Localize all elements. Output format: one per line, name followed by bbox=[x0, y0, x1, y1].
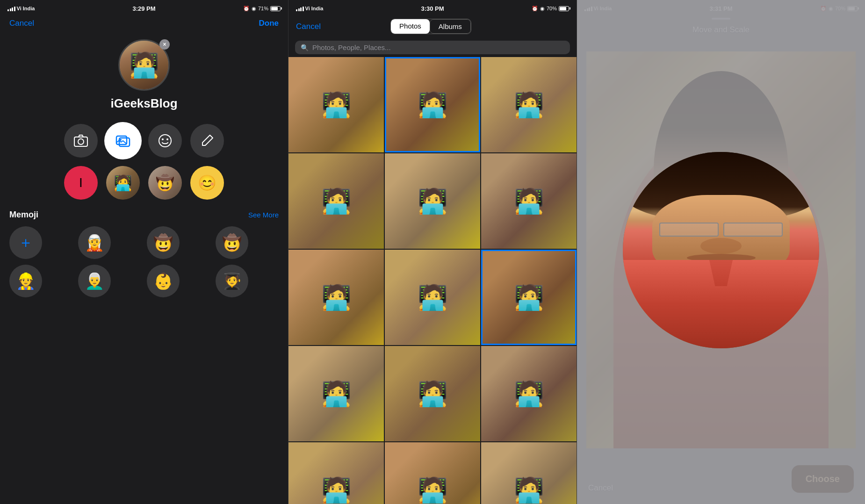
memoji-brown[interactable]: 🧑‍💻 bbox=[106, 166, 140, 200]
photo-cell-15[interactable]: 🧑‍💻 bbox=[481, 442, 577, 504]
choose-button[interactable]: Choose bbox=[792, 465, 854, 493]
move-scale-title: Move and Scale bbox=[577, 20, 865, 42]
photo-cell-9[interactable]: 🧑‍💻 bbox=[481, 250, 577, 345]
photo-person-4: 🧑‍💻 bbox=[288, 153, 384, 249]
emoji-icon bbox=[158, 133, 173, 148]
emoji-action-button[interactable] bbox=[148, 124, 182, 158]
memoji-item-6[interactable]: 👶 bbox=[147, 265, 180, 297]
photo-cell-1[interactable]: 🧑‍💻 bbox=[288, 57, 384, 152]
photo-cell-11[interactable]: 🧑‍💻 bbox=[385, 346, 480, 441]
photo-cell-14[interactable]: 🧑‍💻 bbox=[385, 442, 480, 504]
emoji-smiley-icon: 😊 bbox=[198, 174, 216, 192]
memoji-item-4[interactable]: 👷 bbox=[9, 265, 42, 297]
memoji-item-3[interactable]: 🤠 bbox=[216, 226, 248, 259]
crop-image bbox=[623, 152, 819, 348]
photo-person-10: 🧑‍💻 bbox=[288, 346, 384, 441]
color-option-red[interactable]: I bbox=[64, 166, 98, 200]
time-3: 3:31 PM bbox=[709, 5, 732, 12]
add-memoji-button[interactable]: ＋ bbox=[9, 226, 42, 259]
photo-cell-6[interactable]: 🧑‍💻 bbox=[481, 153, 577, 249]
memoji-5-icon: 👨‍🦳 bbox=[85, 272, 104, 290]
search-icon: 🔍 bbox=[301, 44, 309, 51]
status-bar-2: Vi India 3:30 PM ⏰ ◉ 70% bbox=[288, 0, 577, 15]
header-1: Cancel Done bbox=[0, 15, 288, 32]
camera-action-button[interactable] bbox=[64, 124, 98, 158]
footer-3: Cancel Choose bbox=[577, 458, 865, 504]
memoji-4-icon: 👷 bbox=[16, 272, 36, 290]
signal-bar bbox=[7, 9, 9, 11]
cancel-button-1[interactable]: Cancel bbox=[9, 19, 34, 28]
photo-cell-5[interactable]: 🧑‍💻 bbox=[385, 153, 480, 249]
photo-cell-3[interactable]: 🧑‍💻 bbox=[481, 57, 577, 152]
photo-person-6: 🧑‍💻 bbox=[481, 153, 577, 249]
signal-bars-3 bbox=[584, 6, 592, 11]
panel-2: Vi India 3:30 PM ⏰ ◉ 70% Cancel Photos A… bbox=[288, 0, 577, 504]
memoji-grid: ＋ 🧝 🤠 🤠 👷 👨‍🦳 👶 🧑‍🎓 bbox=[0, 223, 288, 300]
photos-action-button[interactable] bbox=[106, 124, 140, 158]
photo-person-9: 🧑‍💻 bbox=[483, 251, 575, 344]
battery-pct-3: 70% bbox=[835, 6, 845, 11]
drag-handle-area bbox=[577, 15, 865, 20]
battery-pct-1: 71% bbox=[258, 6, 268, 11]
username-label: iGeeksBlog bbox=[110, 96, 177, 111]
cancel-button-2[interactable]: Cancel bbox=[296, 22, 321, 31]
avatar-close-button[interactable]: × bbox=[159, 39, 170, 50]
photo-person-12: 🧑‍💻 bbox=[481, 346, 577, 441]
red-icon: I bbox=[79, 175, 83, 190]
battery-fill-2 bbox=[560, 7, 566, 10]
battery-icon-2 bbox=[559, 6, 569, 11]
photo-cell-7[interactable]: 🧑‍💻 bbox=[288, 250, 384, 345]
photos-icon bbox=[115, 133, 130, 148]
photo-person-15: 🧑‍💻 bbox=[481, 442, 577, 504]
tab-group: Photos Albums bbox=[326, 19, 535, 34]
indicators-1: ⏰ ◉ 71% bbox=[243, 6, 281, 12]
photo-cell-2-selected[interactable]: 🧑‍💻 bbox=[385, 57, 480, 152]
done-button-1[interactable]: Done bbox=[259, 19, 279, 28]
cancel-button-3[interactable]: Cancel bbox=[588, 483, 613, 493]
memoji-item-7[interactable]: 🧑‍🎓 bbox=[216, 265, 248, 297]
photo-person-2: 🧑‍💻 bbox=[386, 58, 479, 151]
see-more-button[interactable]: See More bbox=[248, 211, 279, 219]
color-buttons-row: I 🧑‍💻 🤠 😊 bbox=[0, 162, 288, 203]
tab-group-container: Photos Albums bbox=[390, 19, 471, 34]
photo-person-1: 🧑‍💻 bbox=[288, 57, 384, 152]
memoji-item-5[interactable]: 👨‍🦳 bbox=[78, 265, 111, 297]
memoji-cowboy[interactable]: 🤠 bbox=[148, 166, 182, 200]
search-placeholder-text: Photos, People, Places... bbox=[312, 43, 391, 51]
memoji-header: Memoji See More bbox=[0, 203, 288, 223]
signal-bar bbox=[296, 9, 297, 11]
edit-icon bbox=[200, 133, 215, 148]
memoji-item-1[interactable]: 🧝 bbox=[78, 226, 111, 259]
photo-cell-8[interactable]: 🧑‍💻 bbox=[385, 250, 480, 345]
panel-1: Vi India 3:29 PM ⏰ ◉ 71% Cancel Done 🧑‍💻… bbox=[0, 0, 288, 504]
screen-icon-3: ◉ bbox=[829, 6, 833, 12]
signal-bar bbox=[14, 7, 15, 11]
photo-cell-10[interactable]: 🧑‍💻 bbox=[288, 346, 384, 441]
memoji-1-icon: 🧝 bbox=[85, 233, 104, 252]
svg-point-1 bbox=[78, 139, 84, 144]
memoji-item-2[interactable]: 🤠 bbox=[147, 226, 180, 259]
signal-bar bbox=[587, 8, 588, 11]
photo-cell-12[interactable]: 🧑‍💻 bbox=[481, 346, 577, 441]
photo-cell-13[interactable]: 🧑‍💻 bbox=[288, 442, 384, 504]
emoji-option[interactable]: 😊 bbox=[190, 166, 224, 200]
svg-point-5 bbox=[159, 135, 171, 147]
crop-area[interactable] bbox=[577, 42, 865, 458]
signal-bar bbox=[589, 7, 590, 11]
memoji-2-icon: 🤠 bbox=[153, 233, 173, 252]
glasses-left bbox=[659, 223, 719, 237]
photo-person-14: 🧑‍💻 bbox=[385, 442, 480, 504]
crop-circle[interactable] bbox=[623, 152, 819, 348]
memoji-7-icon: 🧑‍🎓 bbox=[222, 272, 242, 290]
signal-bar bbox=[584, 9, 586, 11]
plus-icon: ＋ bbox=[18, 232, 33, 253]
signal-bar bbox=[591, 7, 592, 11]
header-2: Cancel Photos Albums bbox=[288, 15, 577, 38]
edit-action-button[interactable] bbox=[190, 124, 224, 158]
photo-grid-scroll[interactable]: 🧑‍💻 🧑‍💻 🧑‍💻 🧑‍💻 🧑‍💻 🧑‍💻 🧑‍💻 bbox=[288, 57, 577, 504]
tab-albums[interactable]: Albums bbox=[430, 19, 471, 34]
photo-cell-4[interactable]: 🧑‍💻 bbox=[288, 153, 384, 249]
search-bar[interactable]: 🔍 Photos, People, Places... bbox=[295, 41, 570, 54]
tab-photos[interactable]: Photos bbox=[391, 19, 430, 34]
indicators-3: ⏰ ◉ 70% bbox=[820, 6, 858, 12]
